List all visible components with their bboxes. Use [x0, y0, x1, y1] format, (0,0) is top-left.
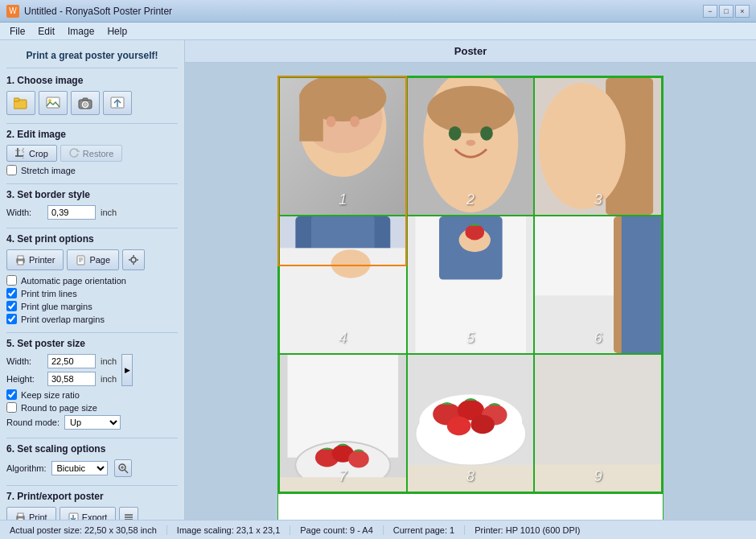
size-arrow-button[interactable]: ▶	[121, 354, 133, 386]
camera-button[interactable]	[71, 91, 100, 115]
svg-point-47	[427, 86, 514, 134]
print-options-extra-button[interactable]	[122, 249, 145, 270]
cell-number-6: 6	[594, 330, 602, 347]
svg-rect-2	[47, 97, 60, 108]
auto-orientation-checkbox[interactable]	[6, 275, 17, 286]
algorithm-select[interactable]: Bicubic Bilinear Nearest neighbor	[51, 461, 108, 475]
svg-rect-16	[18, 261, 23, 265]
cell-number-8: 8	[466, 468, 475, 485]
print-button[interactable]: Print	[6, 507, 56, 520]
restore-icon	[69, 148, 80, 158]
image-icon	[46, 97, 60, 109]
border-style-title: 3. Set border style	[6, 189, 178, 200]
page-icon	[76, 255, 86, 265]
svg-point-75	[348, 451, 369, 468]
open-image-button[interactable]	[39, 91, 68, 115]
cell-number-2: 2	[466, 191, 475, 208]
poster-cell-8: 8	[407, 354, 535, 492]
page-button[interactable]: Page	[67, 249, 119, 270]
share-button[interactable]	[103, 91, 132, 115]
svg-rect-1	[14, 98, 19, 101]
status-bar: Actual poster size: 22,50 x 30,58 inch I…	[0, 520, 756, 539]
border-width-input[interactable]	[47, 205, 96, 220]
overlap-margins-checkbox[interactable]	[6, 314, 17, 324]
round-mode-label: Round mode:	[6, 418, 60, 427]
print-export-title: 7. Print/export poster	[6, 491, 178, 502]
poster-cell-5: 5	[407, 216, 535, 354]
round-mode-select[interactable]: Up Down Nearest	[64, 415, 121, 430]
poster-grid: 1	[277, 76, 664, 494]
cell-number-3: 3	[594, 191, 602, 208]
image-buttons-row	[6, 91, 178, 115]
svg-rect-15	[18, 256, 23, 259]
print-icon	[15, 512, 26, 520]
svg-rect-7	[83, 98, 88, 101]
poster-cell-4: 4	[279, 216, 407, 354]
share-icon	[110, 97, 125, 109]
svg-rect-32	[18, 518, 23, 520]
border-width-row: Width: inch	[6, 205, 178, 220]
svg-rect-91	[535, 355, 661, 464]
svg-point-48	[448, 126, 461, 141]
section-print-options: 4. Set print options Printer	[6, 233, 178, 324]
close-button[interactable]: ×	[735, 5, 750, 18]
poster-width-label: Width:	[6, 356, 43, 366]
section-scaling: 6. Set scaling options Algorithm: Bicubi…	[6, 443, 178, 477]
round-page-label: Round to page size	[21, 403, 97, 413]
glue-margins-checkbox[interactable]	[6, 301, 17, 311]
poster-area: Poster	[185, 40, 756, 520]
poster-height-input[interactable]	[47, 372, 96, 386]
svg-line-27	[125, 470, 128, 473]
cell-number-1: 1	[339, 191, 347, 208]
menu-image[interactable]: Image	[61, 24, 101, 39]
main-layout: Print a great poster yourself! 1. Choose…	[0, 40, 756, 520]
zoom-button[interactable]	[114, 459, 132, 477]
poster-overflow-area	[277, 494, 664, 520]
poster-height-unit: inch	[101, 374, 117, 384]
poster-cell-3: 3	[534, 77, 662, 216]
menu-help[interactable]: Help	[101, 24, 134, 39]
svg-point-44	[350, 116, 360, 127]
export-button[interactable]: Export	[60, 507, 117, 520]
section-choose-image: 1. Choose image	[6, 75, 178, 115]
poster-cell-7: 7	[279, 354, 407, 492]
svg-rect-42	[299, 94, 323, 142]
cell-number-4: 4	[339, 330, 347, 347]
poster-width-input[interactable]	[47, 354, 96, 368]
crop-button[interactable]: Crop	[6, 145, 57, 162]
restore-button[interactable]: Restore	[60, 145, 123, 162]
minimize-button[interactable]: −	[703, 5, 717, 18]
stretch-image-checkbox[interactable]	[6, 165, 17, 175]
printer-button[interactable]: Printer	[6, 249, 64, 270]
round-page-checkbox[interactable]	[6, 402, 17, 413]
trim-lines-checkbox[interactable]	[6, 288, 17, 298]
section-print-export: 7. Print/export poster Print	[6, 491, 178, 520]
svg-point-21	[131, 257, 136, 262]
keep-ratio-checkbox[interactable]	[6, 389, 17, 400]
export-extra-button[interactable]	[119, 507, 138, 520]
svg-point-83	[447, 417, 470, 436]
status-scaling: Image scaling: 23,1 x 23,1	[167, 525, 290, 535]
svg-rect-69	[622, 216, 661, 353]
open-file-button[interactable]	[6, 91, 35, 115]
poster-canvas[interactable]: 1	[185, 63, 756, 520]
camera-icon	[78, 97, 92, 109]
edit-image-title: 2. Edit image	[6, 129, 178, 140]
menu-edit[interactable]: Edit	[31, 24, 61, 39]
trim-lines-label: Print trim lines	[21, 289, 77, 298]
poster-header: Poster	[185, 40, 756, 63]
menu-file[interactable]: File	[3, 24, 31, 39]
poster-cell-2: 2	[407, 77, 535, 216]
svg-point-84	[470, 415, 494, 434]
scaling-title: 6. Set scaling options	[6, 443, 178, 455]
svg-point-64	[465, 224, 484, 241]
maximize-button[interactable]: □	[719, 5, 733, 18]
svg-point-43	[327, 116, 336, 127]
title-bar: W Untitled - RonyaSoft Poster Printer − …	[0, 0, 756, 23]
zoom-icon	[117, 463, 129, 474]
glue-margins-label: Print glue margins	[21, 302, 92, 311]
choose-image-title: 1. Choose image	[6, 75, 178, 86]
border-width-unit: inch	[101, 208, 117, 217]
poster-cell-1: 1	[279, 77, 407, 216]
section-edit-image: 2. Edit image Crop Resto	[6, 129, 178, 175]
